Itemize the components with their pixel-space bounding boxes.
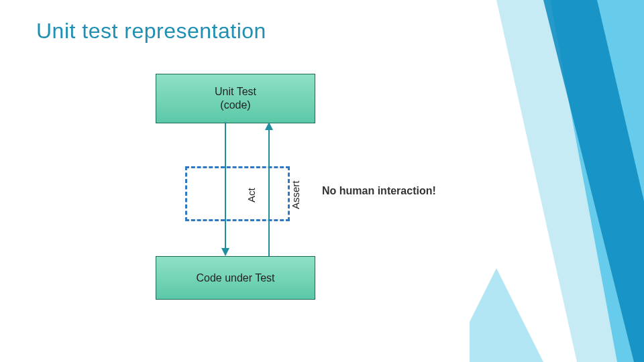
act-arrow-line <box>225 122 226 248</box>
assert-label: Assert <box>290 180 301 209</box>
code-under-test-box: Code under Test <box>156 256 315 300</box>
unit-test-line2: (code) <box>220 99 250 111</box>
callout-text: No human interaction! <box>322 185 436 197</box>
code-under-test-label: Code under Test <box>156 272 315 285</box>
dashed-midbox <box>185 166 290 221</box>
slide-title: Unit test representation <box>36 19 266 44</box>
slide: Unit test representation Unit Test (code… <box>0 0 644 362</box>
assert-arrow-line <box>268 130 270 256</box>
act-arrow-head <box>221 248 229 256</box>
svg-marker-3 <box>470 268 543 362</box>
unit-test-line1: Unit Test <box>215 86 256 97</box>
unit-test-box: Unit Test (code) <box>156 74 315 123</box>
act-label: Act <box>246 188 257 202</box>
assert-arrow-head <box>265 122 273 130</box>
unit-test-box-label: Unit Test (code) <box>156 85 315 112</box>
